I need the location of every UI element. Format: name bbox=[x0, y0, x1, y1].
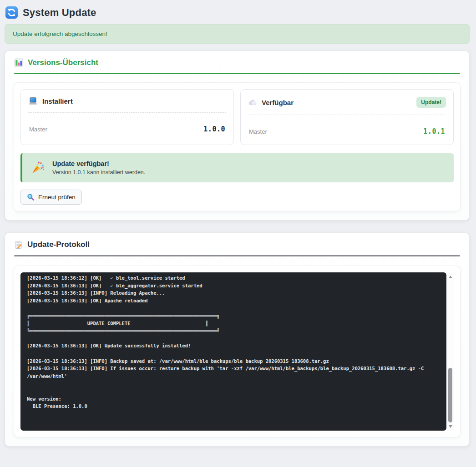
memo-icon bbox=[14, 241, 23, 249]
available-card-header: Verfügbar Update! bbox=[248, 97, 446, 108]
installed-card-header: Installiert bbox=[28, 97, 226, 105]
gray-divider bbox=[14, 255, 460, 256]
recheck-button-label: Erneut prüfen bbox=[38, 194, 76, 201]
versions-card-title: Versions-Übersicht bbox=[14, 58, 460, 67]
terminal-log-line bbox=[27, 350, 440, 357]
versions-title-text: Versions-Übersicht bbox=[28, 58, 98, 67]
refresh-icon bbox=[5, 6, 18, 19]
terminal-log-line bbox=[27, 335, 440, 342]
party-popper-icon bbox=[30, 161, 45, 175]
versions-card: Versions-Übersicht bbox=[5, 50, 470, 221]
terminal-log-line: New version: bbox=[27, 395, 440, 403]
available-version-card: Verfügbar Update! Master 1.0.1 bbox=[240, 89, 454, 145]
terminal-log-line: [2026-03-15 18:36:13] [OK] Apache reload… bbox=[27, 297, 440, 305]
terminal-log-line: [2026-03-15 18:36:13] [INFO] Backup save… bbox=[27, 357, 440, 365]
cloud-icon bbox=[248, 99, 257, 105]
terminal-log-line: ║ UPDATE COMPLETE ║ bbox=[27, 320, 440, 327]
magnifier-icon bbox=[27, 193, 35, 201]
terminal-log-line: ________________________________________… bbox=[27, 387, 440, 395]
terminal-log-line: /var/www/html' bbox=[27, 372, 440, 380]
green-divider bbox=[14, 73, 460, 74]
installed-version-value: 1.0.0 bbox=[203, 125, 225, 133]
terminal-log-line: [2026-03-15 18:36:13] [OK] ✓ ble_aggrega… bbox=[27, 282, 440, 290]
flash-success-banner: Update erfolgreich abgeschlossen! bbox=[5, 24, 470, 44]
available-branch-label: Master bbox=[249, 128, 267, 135]
available-version-row: Master 1.0.1 bbox=[248, 115, 446, 136]
log-card-title: Update-Protokoll bbox=[14, 240, 460, 249]
terminal-log-line: BLE Presence: 1.0.0 bbox=[27, 402, 440, 410]
scrollbar-thumb[interactable] bbox=[448, 368, 452, 422]
terminal-log-line bbox=[27, 304, 440, 312]
update-badge: Update! bbox=[416, 97, 446, 108]
terminal-scrollbar[interactable] bbox=[447, 272, 454, 431]
terminal-log-line: ________________________________________… bbox=[27, 417, 440, 425]
scroll-up-arrow-icon[interactable] bbox=[449, 276, 452, 278]
terminal-log-line bbox=[27, 410, 440, 418]
log-inner-panel: [2026-03-15 18:36:12] [OK] ✓ ble_tool.se… bbox=[14, 266, 460, 437]
terminal-log-line: ╔═══════════════════════════════════════… bbox=[27, 312, 440, 320]
alert-subtitle: Version 1.0.1 kann installiert werden. bbox=[52, 169, 145, 176]
available-title: Verfügbar bbox=[262, 99, 294, 106]
laptop-icon bbox=[28, 97, 38, 105]
terminal-log-line bbox=[27, 380, 440, 387]
terminal-log-line: [2026-03-15 18:36:13] [OK] Update succes… bbox=[27, 342, 440, 350]
log-card: Update-Protokoll [2026-03-15 18:36:12] [… bbox=[5, 232, 470, 447]
bar-chart-icon bbox=[14, 58, 23, 67]
version-grid: Installiert Master 1.0.0 Verfügbar Updat… bbox=[20, 89, 454, 145]
terminal-log-line: [2026-03-15 18:36:13] [INFO] If issues o… bbox=[27, 365, 440, 372]
terminal-log-line: [2026-03-15 18:36:12] [OK] ✓ ble_tool.se… bbox=[27, 274, 440, 282]
flash-message: Update erfolgreich abgeschlossen! bbox=[13, 30, 107, 37]
scroll-down-arrow-icon[interactable] bbox=[449, 425, 452, 428]
terminal-log-line: ╚═══════════════════════════════════════… bbox=[27, 327, 440, 335]
available-version-value: 1.0.1 bbox=[423, 127, 445, 136]
recheck-button[interactable]: Erneut prüfen bbox=[20, 190, 82, 205]
log-title-text: Update-Protokoll bbox=[27, 240, 90, 249]
versions-inner-panel: Installiert Master 1.0.0 Verfügbar Updat… bbox=[14, 83, 460, 211]
installed-version-card: Installiert Master 1.0.0 bbox=[20, 89, 234, 145]
terminal-log-line: [2026-03-15 18:36:13] [INFO] Reloading A… bbox=[27, 289, 440, 297]
installed-branch-label: Master bbox=[29, 126, 47, 133]
alert-title: Update verfügbar! bbox=[52, 160, 145, 167]
alert-text-block: Update verfügbar! Version 1.0.1 kann ins… bbox=[52, 160, 145, 176]
update-available-alert: Update verfügbar! Version 1.0.1 kann ins… bbox=[20, 153, 454, 182]
page-header: System Update bbox=[0, 0, 476, 20]
terminal-log[interactable]: [2026-03-15 18:36:12] [OK] ✓ ble_tool.se… bbox=[20, 272, 446, 431]
installed-title: Installiert bbox=[42, 97, 73, 105]
installed-version-row: Master 1.0.0 bbox=[28, 113, 226, 133]
page-title: System Update bbox=[23, 7, 96, 19]
